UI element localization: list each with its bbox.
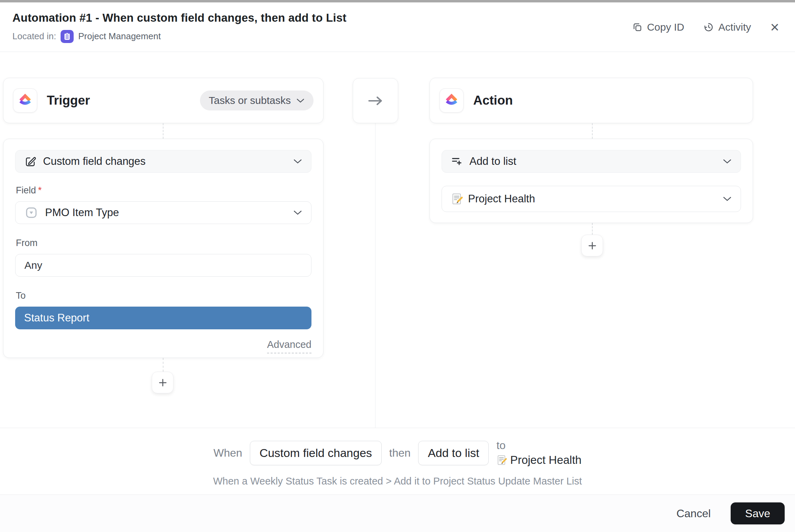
memo-icon <box>451 193 463 205</box>
from-input[interactable]: Any <box>15 254 311 277</box>
add-trigger-condition-button[interactable] <box>152 372 173 393</box>
chevron-down-icon <box>293 210 302 215</box>
field-label: Field* <box>16 185 311 196</box>
trigger-event-value: Custom field changes <box>43 155 146 168</box>
memo-icon <box>496 455 507 466</box>
list-location-icon <box>61 30 74 43</box>
copy-icon <box>632 22 643 32</box>
summary-trigger-chip[interactable]: Custom field changes <box>250 441 382 465</box>
action-heading: Action <box>473 93 513 108</box>
activity-label: Activity <box>718 21 751 33</box>
edit-pencil-icon <box>24 156 36 167</box>
action-connector-top <box>592 123 593 139</box>
plus-icon <box>587 241 597 251</box>
scope-selector-value: Tasks or subtasks <box>209 95 291 106</box>
to-value-text: Status Report <box>24 312 89 324</box>
copy-id-label: Copy ID <box>647 21 684 33</box>
chevron-down-icon <box>723 159 732 164</box>
activity-history-icon <box>703 22 714 32</box>
chevron-down-icon <box>296 98 305 103</box>
target-list-select[interactable]: Project Health <box>442 186 741 212</box>
add-to-list-icon <box>451 156 463 167</box>
trigger-connector-top <box>163 123 163 139</box>
trigger-connector-bottom <box>163 358 163 372</box>
action-connector-bottom <box>592 223 593 235</box>
add-action-button[interactable] <box>581 235 603 256</box>
modal-footer: Cancel Save <box>0 494 795 532</box>
trigger-header-card: Trigger Tasks or subtasks <box>3 78 324 123</box>
summary-action-chip[interactable]: Add to list <box>418 441 489 465</box>
field-select[interactable]: PMO Item Type <box>15 201 311 224</box>
action-type-select[interactable]: Add to list <box>442 150 741 173</box>
window-top-edge <box>0 0 795 2</box>
save-button[interactable]: Save <box>731 502 785 524</box>
located-in-label: Located in: <box>12 31 56 42</box>
to-label: to <box>496 438 581 453</box>
summary-target-name: Project Health <box>510 453 581 468</box>
from-label: From <box>16 238 311 248</box>
plus-icon <box>158 377 168 388</box>
copy-id-button[interactable]: Copy ID <box>632 21 684 33</box>
automation-summary-bar: When Custom field changes then Add to li… <box>0 428 795 494</box>
advanced-link[interactable]: Advanced <box>267 339 311 353</box>
to-label: To <box>16 290 311 301</box>
automation-title: Automation #1 - When custom field change… <box>12 11 347 24</box>
column-divider <box>375 123 375 428</box>
chevron-down-icon <box>723 196 732 202</box>
action-config-card: Add to list Project Health <box>430 139 753 223</box>
trigger-event-select[interactable]: Custom field changes <box>15 150 311 173</box>
chevron-down-icon <box>293 159 302 164</box>
target-list-value: Project Health <box>468 193 535 205</box>
location-name[interactable]: Project Management <box>78 31 161 42</box>
flow-arrow-box <box>353 78 398 123</box>
from-value: Any <box>24 259 42 271</box>
dropdown-field-type-icon <box>24 206 38 220</box>
action-header-card: Action <box>430 78 753 123</box>
summary-target: to Project Health <box>496 438 581 467</box>
action-type-value: Add to list <box>469 155 516 168</box>
trigger-heading: Trigger <box>47 93 90 108</box>
required-asterisk: * <box>38 185 42 195</box>
field-value: PMO Item Type <box>45 206 119 219</box>
cancel-button[interactable]: Cancel <box>676 507 711 520</box>
modal-header: Automation #1 - When custom field change… <box>0 2 795 52</box>
then-label: then <box>389 447 411 459</box>
clickup-logo-icon <box>13 88 37 113</box>
to-value-selected[interactable]: Status Report <box>15 307 311 329</box>
scope-selector[interactable]: Tasks or subtasks <box>200 91 314 110</box>
activity-button[interactable]: Activity <box>703 21 751 33</box>
trigger-config-card: Custom field changes Field* PMO Item Typ… <box>3 139 324 358</box>
clickup-logo-icon <box>439 88 464 113</box>
automation-description: When a Weekly Status Task is created > A… <box>0 476 795 487</box>
close-icon[interactable]: × <box>770 20 779 35</box>
arrow-right-icon <box>366 94 385 108</box>
when-label: When <box>213 447 242 459</box>
